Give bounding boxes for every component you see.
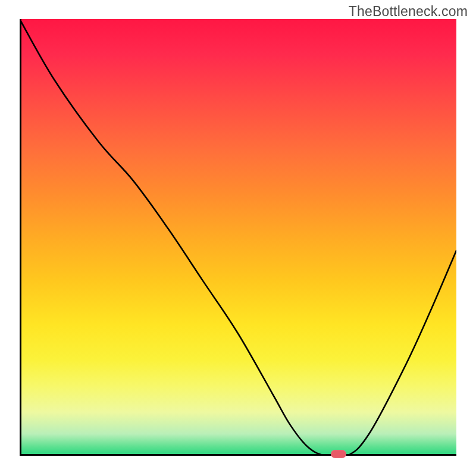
bottleneck-curve-path [20, 19, 456, 456]
chart-container: TheBottleneck.com [0, 0, 476, 476]
watermark-text: TheBottleneck.com [349, 4, 468, 20]
optimal-point-marker [331, 450, 346, 458]
chart-svg-layer [20, 19, 456, 456]
